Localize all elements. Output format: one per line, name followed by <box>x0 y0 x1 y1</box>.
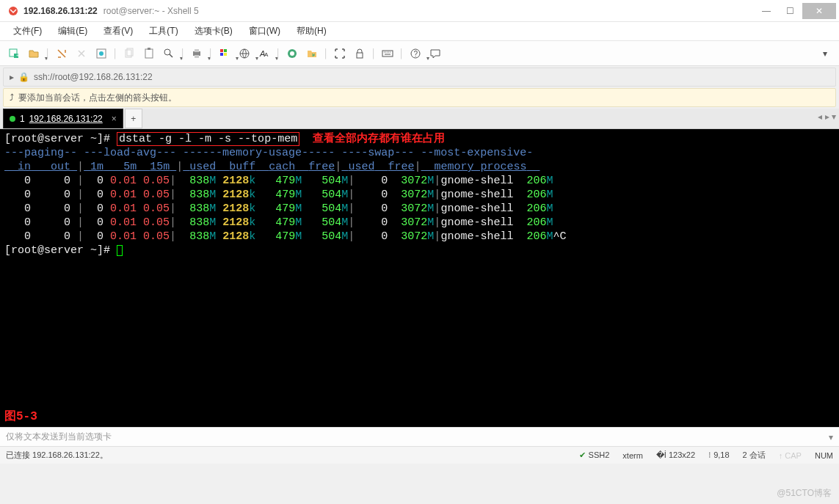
svg-text:A: A <box>264 51 269 58</box>
prompt-line-2: [root@server ~]# <box>4 244 123 257</box>
header-cols: in out | 1m 5m 15m | used buff cach free… <box>4 161 540 173</box>
watermark: @51CTO博客 <box>777 487 832 500</box>
tip-text: 要添加当前会话，点击左侧的箭头按钮。 <box>18 92 177 104</box>
help-icon[interactable]: ? <box>406 44 425 63</box>
tab-bar: 1 192.168.26.131:22 × + ◂ ▸ ▾ <box>0 109 839 129</box>
separator: │ <box>275 44 282 63</box>
separator: │ <box>112 44 119 63</box>
titlebar: 192.168.26.131:22 root@server:~ - Xshell… <box>0 0 839 22</box>
svg-text:+: + <box>16 53 19 58</box>
separator: │ <box>322 44 330 63</box>
open-session-icon[interactable] <box>24 44 43 63</box>
lock-icon[interactable] <box>350 44 369 63</box>
tip-bar: ⤴ 要添加当前会话，点击左侧的箭头按钮。 <box>3 88 836 107</box>
menu-view[interactable]: 查看(V) <box>96 22 140 40</box>
status-sessions: 2 会话 <box>743 450 766 461</box>
menu-tabs[interactable]: 选项卡(B) <box>187 22 240 40</box>
svg-rect-12 <box>195 49 199 52</box>
addr-arrow-icon[interactable]: ▸ <box>10 72 14 82</box>
status-size: �İ 123x22 <box>656 450 695 460</box>
disconnect-icon[interactable] <box>72 44 91 63</box>
svg-point-0 <box>9 7 18 15</box>
svg-rect-13 <box>195 55 199 58</box>
data-row: 0 0 | 0 0.01 0.05| 838M 2128k 479M 504M|… <box>4 230 566 243</box>
window-title-main: 192.168.26.131:22 <box>23 6 98 16</box>
maximize-button[interactable]: ☐ <box>779 3 801 19</box>
xftp-icon[interactable] <box>302 44 322 63</box>
svg-rect-17 <box>224 53 227 56</box>
separator: │ <box>207 44 214 63</box>
encoding-icon[interactable] <box>235 44 254 63</box>
new-session-icon[interactable]: + <box>4 44 23 63</box>
xagent-icon[interactable] <box>283 44 302 63</box>
header-groups: ---paging-- ---load-avg--- ------memory-… <box>4 147 533 159</box>
print-icon[interactable] <box>187 44 206 63</box>
menu-edit[interactable]: 编辑(E) <box>51 22 95 40</box>
toolbar-dropdown-icon[interactable]: ▾ <box>816 44 835 63</box>
tab-index: 1 <box>20 114 25 124</box>
figure-label: 图5-3 <box>4 410 37 424</box>
status-dot-icon <box>10 116 15 122</box>
menu-window[interactable]: 窗口(W) <box>241 22 288 40</box>
minimize-button[interactable]: — <box>755 3 777 19</box>
address-url: ssh://root@192.168.26.131:22 <box>34 72 153 82</box>
svg-point-22 <box>290 51 294 56</box>
data-row: 0 0 | 0 0.01 0.05| 838M 2128k 479M 504M|… <box>4 202 553 215</box>
svg-text:?: ? <box>414 50 418 58</box>
terminal[interactable]: [root@server ~]# dstat -g -l -m -s --top… <box>0 129 839 427</box>
tab-label: 192.168.26.131:22 <box>29 114 103 124</box>
status-proto: ✔SSH2 <box>579 450 610 460</box>
window-title-sub: root@server:~ - Xshell 5 <box>103 6 199 16</box>
svg-rect-9 <box>148 48 150 50</box>
menu-file[interactable]: 文件(F) <box>6 22 49 40</box>
font-icon[interactable]: AA <box>255 44 274 63</box>
reconnect-icon[interactable] <box>52 44 71 63</box>
menu-help[interactable]: 帮助(H) <box>289 22 334 40</box>
menubar: 文件(F) 编辑(E) 查看(V) 工具(T) 选项卡(B) 窗口(W) 帮助(… <box>0 22 839 41</box>
svg-rect-24 <box>382 51 393 56</box>
address-bar[interactable]: ▸ 🔒 ssh://root@192.168.26.131:22 <box>3 67 836 87</box>
fullscreen-icon[interactable] <box>330 44 349 63</box>
svg-rect-16 <box>220 53 223 56</box>
app-icon <box>7 5 19 17</box>
prompt-line: [root@server ~]# dstat -g -l -m -s --top… <box>4 132 445 146</box>
status-pos: ⁝ 9,18 <box>708 450 729 460</box>
input-bar[interactable]: 仅将文本发送到当前选项卡 ▾ <box>0 427 839 446</box>
keyboard-icon[interactable] <box>378 44 397 63</box>
chat-icon[interactable] <box>426 44 445 63</box>
close-button[interactable]: ✕ <box>802 3 836 19</box>
svg-rect-15 <box>224 49 227 52</box>
svg-point-10 <box>164 49 170 55</box>
color-scheme-icon[interactable] <box>215 44 234 63</box>
input-dropdown-icon[interactable]: ▾ <box>829 432 833 442</box>
status-caps: ↑ CAP <box>779 451 802 460</box>
svg-rect-8 <box>145 49 153 58</box>
menu-tools[interactable]: 工具(T) <box>142 22 185 40</box>
data-rows: 0 0 | 0 0.01 0.05| 838M 2128k 479M 504M|… <box>4 174 835 244</box>
lock-icon: 🔒 <box>18 72 29 82</box>
svg-rect-23 <box>357 53 363 58</box>
svg-rect-14 <box>220 49 223 52</box>
toolbar: + │ │ │ │ AA │ │ │ │ ? ▾ <box>0 41 839 66</box>
separator: │ <box>398 44 405 63</box>
tip-arrow-icon[interactable]: ⤴ <box>10 92 14 103</box>
add-tab-button[interactable]: + <box>125 109 142 128</box>
data-row: 0 0 | 0 0.01 0.05| 838M 2128k 479M 504M|… <box>4 175 553 187</box>
svg-point-5 <box>99 51 103 56</box>
tab-nav-icons[interactable]: ◂ ▸ ▾ <box>818 112 836 122</box>
separator: │ <box>179 44 186 63</box>
find-icon[interactable] <box>159 44 178 63</box>
separator: │ <box>44 44 51 63</box>
status-connected: 已连接 192.168.26.131:22。 <box>6 450 108 461</box>
copy-icon[interactable] <box>120 44 139 63</box>
data-row: 0 0 | 0 0.01 0.05| 838M 2128k 479M 504M|… <box>4 189 553 201</box>
session-tab[interactable]: 1 192.168.26.131:22 × <box>3 109 123 128</box>
paste-icon[interactable] <box>139 44 159 63</box>
properties-icon[interactable] <box>92 44 111 63</box>
input-placeholder: 仅将文本发送到当前选项卡 <box>6 431 112 443</box>
status-term: xterm <box>622 451 643 460</box>
status-bar: 已连接 192.168.26.131:22。 ✔SSH2 xterm �İ 12… <box>0 446 839 464</box>
status-num: NUM <box>815 451 833 460</box>
tab-close-icon[interactable]: × <box>112 114 117 124</box>
separator: │ <box>370 44 377 63</box>
